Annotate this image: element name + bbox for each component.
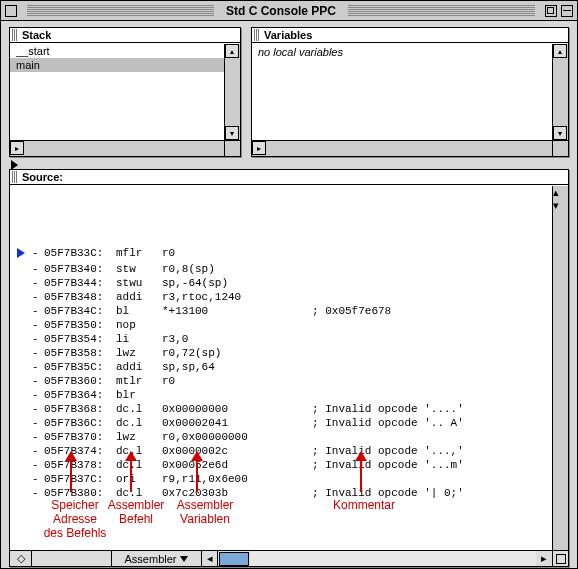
gutter[interactable]	[10, 430, 32, 444]
gutter[interactable]	[10, 388, 32, 402]
vars-scrollbar-h[interactable]: ◂ ▸	[252, 140, 552, 156]
variables-panel-title: Variables	[252, 28, 568, 43]
gutter[interactable]	[10, 346, 32, 360]
scroll-right-icon[interactable]: ▸	[10, 141, 24, 155]
breakpoint-dash[interactable]: -	[32, 304, 44, 318]
disasm-line[interactable]: -05F7B340:stwr0,8(sp)	[10, 262, 552, 276]
source-scrollbar-v[interactable]: ▴ ▾	[552, 186, 568, 550]
gutter[interactable]	[10, 360, 32, 374]
stack-scrollbar-h[interactable]: ◂ ▸	[10, 140, 224, 156]
breakpoint-dash[interactable]: -	[32, 388, 44, 402]
gutter[interactable]	[10, 290, 32, 304]
gutter[interactable]	[10, 332, 32, 346]
disasm-line[interactable]: -05F7B370:lwzr0,0x00000000	[10, 430, 552, 444]
stack-list[interactable]: __startmain	[10, 44, 224, 140]
gutter[interactable]	[10, 246, 32, 262]
scroll-track[interactable]	[250, 551, 536, 566]
breakpoint-dash[interactable]: -	[32, 346, 44, 360]
disassembly-view[interactable]: -05F7B33C:mflrr0-05F7B340:stwr0,8(sp)-05…	[10, 186, 552, 550]
grip-icon	[254, 29, 260, 41]
addr-cell: 05F7B364:	[44, 388, 116, 402]
scroll-down-icon[interactable]: ▾	[553, 126, 567, 140]
disasm-line[interactable]: -05F7B350:nop	[10, 318, 552, 332]
gutter[interactable]	[10, 416, 32, 430]
disasm-line[interactable]: -05F7B354:lir3,0	[10, 332, 552, 346]
scroll-right-button[interactable]: ▸	[536, 551, 552, 566]
mnemonic-cell: dc.l	[116, 444, 162, 458]
gutter[interactable]	[10, 402, 32, 416]
gutter[interactable]	[10, 486, 32, 500]
breakpoint-dash[interactable]: -	[32, 402, 44, 416]
gutter[interactable]	[10, 458, 32, 472]
gutter[interactable]	[10, 304, 32, 318]
breakpoint-dash[interactable]: -	[32, 430, 44, 444]
addr-cell: 05F7B340:	[44, 262, 116, 276]
scroll-up-icon[interactable]: ▴	[225, 44, 239, 58]
grow-box-icon[interactable]	[552, 550, 568, 566]
addr-cell: 05F7B360:	[44, 374, 116, 388]
breakpoint-dash[interactable]: -	[32, 444, 44, 458]
stack-item[interactable]: __start	[10, 44, 224, 58]
mnemonic-cell: dc.l	[116, 402, 162, 416]
breakpoint-dash[interactable]: -	[32, 276, 44, 290]
scroll-up-icon[interactable]: ▴	[553, 186, 568, 199]
addr-cell: 05F7B37C:	[44, 472, 116, 486]
gutter[interactable]	[10, 276, 32, 290]
operands-cell	[162, 388, 312, 402]
stack-scrollbar-v[interactable]: ▴ ▾	[224, 44, 240, 140]
operands-cell: 0x0000002c	[162, 444, 312, 458]
disasm-line[interactable]: -05F7B37C:orir9,r11,0x6e00	[10, 472, 552, 486]
window-titlebar[interactable]: Std C Console PPC	[1, 1, 577, 21]
breakpoint-dash[interactable]: -	[32, 318, 44, 332]
gutter[interactable]	[10, 374, 32, 388]
disasm-line[interactable]: -05F7B358:lwzr0,72(sp)	[10, 346, 552, 360]
mnemonic-cell: bl	[116, 304, 162, 318]
addr-cell: 05F7B368:	[44, 402, 116, 416]
disasm-line[interactable]: -05F7B364:blr	[10, 388, 552, 402]
disasm-line[interactable]: -05F7B374:dc.l0x0000002c; Invalid opcode…	[10, 444, 552, 458]
breakpoint-dash[interactable]: -	[32, 416, 44, 430]
variables-body[interactable]: no local variables	[252, 44, 552, 140]
operands-cell: r0,0x00000000	[162, 430, 312, 444]
scroll-down-icon[interactable]: ▾	[225, 126, 239, 140]
disasm-line[interactable]: -05F7B368:dc.l0x00000000; Invalid opcode…	[10, 402, 552, 416]
breakpoint-dash[interactable]: -	[32, 262, 44, 276]
vars-scrollbar-v[interactable]: ▴ ▾	[552, 44, 568, 140]
disasm-line[interactable]: -05F7B348:addir3,rtoc,1240	[10, 290, 552, 304]
gutter[interactable]	[10, 444, 32, 458]
scroll-up-icon[interactable]: ▴	[553, 44, 567, 58]
close-box-icon[interactable]	[5, 5, 17, 17]
gutter[interactable]	[10, 472, 32, 486]
breakpoint-dash[interactable]: -	[32, 246, 44, 262]
function-popup[interactable]	[32, 551, 112, 566]
zoom-box-icon[interactable]	[545, 5, 557, 17]
disasm-line[interactable]: -05F7B34C:bl*+13100; 0x05f7e678	[10, 304, 552, 318]
breakpoint-dash[interactable]: -	[32, 332, 44, 346]
operands-cell: sp,sp,64	[162, 360, 312, 374]
operands-cell: r0	[162, 246, 312, 262]
scroll-down-icon[interactable]: ▾	[553, 199, 568, 212]
breakpoint-dash[interactable]: -	[32, 360, 44, 374]
annotation-operands: Assembler Variablen	[170, 498, 240, 526]
disasm-line[interactable]: -05F7B360:mtlrr0	[10, 374, 552, 388]
scroll-thumb[interactable]	[219, 552, 249, 566]
breakpoint-dash[interactable]: -	[32, 290, 44, 304]
scroll-left-button[interactable]: ◂	[202, 551, 218, 566]
disasm-line[interactable]: -05F7B33C:mflrr0	[10, 246, 552, 262]
breakpoint-dash[interactable]: -	[32, 472, 44, 486]
gutter[interactable]	[10, 318, 32, 332]
breakpoint-dash[interactable]: -	[32, 374, 44, 388]
stack-item[interactable]: main	[10, 58, 224, 72]
breakpoint-dash[interactable]: -	[32, 458, 44, 472]
disasm-line[interactable]: -05F7B344:stwusp,-64(sp)	[10, 276, 552, 290]
operands-cell: 0x00000000	[162, 402, 312, 416]
disasm-line[interactable]: -05F7B378:dc.l0x00052e6d; Invalid opcode…	[10, 458, 552, 472]
collapse-box-icon[interactable]	[561, 5, 573, 17]
operands-cell: 0x00052e6d	[162, 458, 312, 472]
disasm-line[interactable]: -05F7B35C:addisp,sp,64	[10, 360, 552, 374]
disasm-line[interactable]: -05F7B36C:dc.l0x00002041; Invalid opcode…	[10, 416, 552, 430]
view-mode-popup[interactable]: Assembler	[112, 551, 202, 566]
scroll-right-icon[interactable]: ▸	[252, 141, 266, 155]
gutter[interactable]	[10, 262, 32, 276]
line-number-box[interactable]: ◇	[10, 551, 32, 566]
